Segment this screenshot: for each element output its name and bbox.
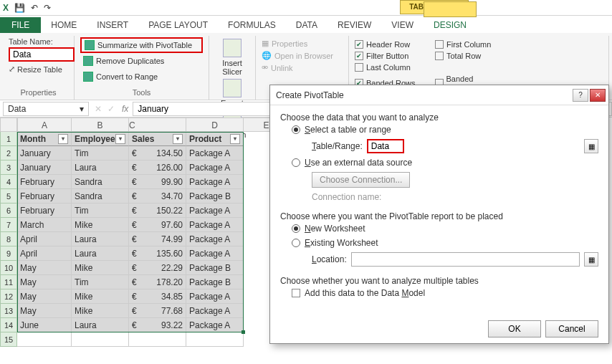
col-head-C[interactable]: C bbox=[129, 118, 186, 132]
tab-data[interactable]: DATA bbox=[286, 17, 327, 33]
fx-icon[interactable]: fx bbox=[122, 104, 128, 114]
cell-product[interactable]: Package A bbox=[186, 175, 244, 189]
cell-product[interactable]: Package A bbox=[186, 246, 244, 261]
tab-design[interactable]: DESIGN bbox=[424, 17, 477, 33]
cancel-formula-icon[interactable]: ✕ bbox=[92, 104, 105, 114]
row-head[interactable]: 2 bbox=[0, 146, 17, 161]
row-head[interactable]: 13 bbox=[0, 304, 17, 318]
cell-sales[interactable]: €77.68 bbox=[129, 304, 186, 318]
cell-employee[interactable]: Laura bbox=[72, 246, 129, 261]
cell-product[interactable]: Package A bbox=[186, 289, 244, 304]
cell-sales[interactable]: €97.60 bbox=[129, 218, 186, 232]
summarize-pivottable-button[interactable]: Summarize with PivotTable bbox=[80, 37, 203, 53]
table-range-input[interactable] bbox=[367, 139, 404, 153]
cell-month[interactable]: February bbox=[17, 189, 72, 203]
chk-last-column[interactable]: Last Column bbox=[355, 63, 424, 72]
cell-employee[interactable]: Sandra bbox=[72, 175, 129, 189]
cell-sales[interactable]: €135.60 bbox=[129, 246, 186, 261]
chk-add-data-model[interactable]: Add this data to the Data Model bbox=[280, 286, 598, 300]
dialog-titlebar[interactable]: Create PivotTable ? ✕ bbox=[270, 85, 608, 105]
cell-sales[interactable]: €34.85 bbox=[129, 289, 186, 304]
radio-external-source[interactable]: Use an external data source bbox=[280, 155, 598, 170]
header-month[interactable]: Month▾ bbox=[17, 132, 72, 146]
ok-button[interactable]: OK bbox=[488, 320, 541, 337]
tab-page-layout[interactable]: PAGE LAYOUT bbox=[138, 17, 218, 33]
tab-view[interactable]: VIEW bbox=[381, 17, 424, 33]
row-head[interactable]: 8 bbox=[0, 232, 17, 246]
filter-icon[interactable]: ▾ bbox=[173, 134, 183, 144]
tab-formulas[interactable]: FORMULAS bbox=[218, 17, 286, 33]
undo-icon[interactable]: ↶ bbox=[31, 3, 38, 13]
range-picker-button[interactable]: ▦ bbox=[584, 252, 598, 267]
row-head-1[interactable]: 1 bbox=[0, 132, 17, 146]
cell-employee[interactable]: Mike bbox=[72, 261, 129, 275]
row-head[interactable]: 12 bbox=[0, 289, 17, 304]
row-head[interactable]: 3 bbox=[0, 161, 17, 175]
cell-product[interactable]: Package A bbox=[186, 304, 244, 318]
cell-month[interactable]: April bbox=[17, 246, 72, 261]
close-button[interactable]: ✕ bbox=[590, 89, 606, 102]
cell-month[interactable]: May bbox=[17, 261, 72, 275]
row-head[interactable]: 11 bbox=[0, 275, 17, 289]
row-head[interactable]: 14 bbox=[0, 318, 17, 332]
cell-sales[interactable]: €134.50 bbox=[129, 146, 186, 161]
cell-employee[interactable]: Mike bbox=[72, 218, 129, 232]
header-sales[interactable]: Sales▾ bbox=[129, 132, 186, 146]
filter-icon[interactable]: ▾ bbox=[58, 134, 68, 144]
cell-sales[interactable]: €126.00 bbox=[129, 161, 186, 175]
cell-product[interactable]: Package A bbox=[186, 318, 244, 332]
cell-month[interactable]: April bbox=[17, 232, 72, 246]
chk-first-column[interactable]: First Column bbox=[435, 40, 504, 49]
cell-product[interactable]: Package A bbox=[186, 161, 244, 175]
chk-header-row[interactable]: ✔Header Row bbox=[355, 40, 424, 49]
save-icon[interactable]: 💾 bbox=[14, 3, 25, 13]
row-head[interactable]: 15 bbox=[0, 332, 17, 347]
table-name-input[interactable] bbox=[9, 47, 75, 62]
cell-employee[interactable]: Laura bbox=[72, 161, 129, 175]
col-head-D[interactable]: D bbox=[186, 118, 244, 132]
cell-month[interactable]: May bbox=[17, 275, 72, 289]
tab-home[interactable]: HOME bbox=[41, 17, 87, 33]
cell-product[interactable]: Package A bbox=[186, 146, 244, 161]
chk-filter-button[interactable]: ✔Filter Button bbox=[355, 52, 424, 60]
cell-employee[interactable]: Mike bbox=[72, 289, 129, 304]
cell-sales[interactable]: €99.90 bbox=[129, 175, 186, 189]
radio-existing-worksheet[interactable]: Existing Worksheet bbox=[280, 236, 598, 250]
header-product[interactable]: Product▾ bbox=[186, 132, 244, 146]
cell-employee[interactable]: Laura bbox=[72, 232, 129, 246]
location-input[interactable] bbox=[351, 252, 580, 267]
col-head-A[interactable]: A bbox=[17, 118, 72, 132]
cell-month[interactable]: May bbox=[17, 304, 72, 318]
help-button[interactable]: ? bbox=[573, 89, 588, 102]
cell-month[interactable]: February bbox=[17, 175, 72, 189]
tab-review[interactable]: REVIEW bbox=[327, 17, 381, 33]
cell-employee[interactable]: Laura bbox=[72, 318, 129, 332]
tab-insert[interactable]: INSERT bbox=[87, 17, 138, 33]
cell-month[interactable]: June bbox=[17, 318, 72, 332]
cell-product[interactable]: Package B bbox=[186, 261, 244, 275]
cell-sales[interactable]: €74.99 bbox=[129, 232, 186, 246]
cell-sales[interactable]: €178.20 bbox=[129, 275, 186, 289]
row-head[interactable]: 9 bbox=[0, 246, 17, 261]
radio-new-worksheet[interactable]: New Worksheet bbox=[280, 221, 598, 236]
row-head[interactable]: 6 bbox=[0, 203, 17, 218]
cell-product[interactable]: Package A bbox=[186, 232, 244, 246]
cell-employee[interactable]: Mike bbox=[72, 304, 129, 318]
cell-sales[interactable]: €93.22 bbox=[129, 318, 186, 332]
cell-month[interactable]: January bbox=[17, 161, 72, 175]
cell-employee[interactable]: Tim bbox=[72, 275, 129, 289]
cell-sales[interactable]: €150.22 bbox=[129, 203, 186, 218]
redo-icon[interactable]: ↷ bbox=[44, 3, 51, 13]
header-employee[interactable]: Employee▾ bbox=[72, 132, 129, 146]
tab-file[interactable]: FILE bbox=[0, 17, 41, 33]
convert-range-button[interactable]: Convert to Range bbox=[80, 69, 203, 85]
cell-employee[interactable]: Tim bbox=[72, 203, 129, 218]
row-head[interactable]: 7 bbox=[0, 218, 17, 232]
enter-formula-icon[interactable]: ✓ bbox=[105, 104, 118, 114]
cell-sales[interactable]: €22.29 bbox=[129, 261, 186, 275]
cell-month[interactable]: January bbox=[17, 146, 72, 161]
select-all-corner[interactable] bbox=[0, 118, 17, 132]
row-head[interactable]: 5 bbox=[0, 189, 17, 203]
cell-month[interactable]: March bbox=[17, 218, 72, 232]
filter-icon[interactable]: ▾ bbox=[230, 134, 240, 144]
